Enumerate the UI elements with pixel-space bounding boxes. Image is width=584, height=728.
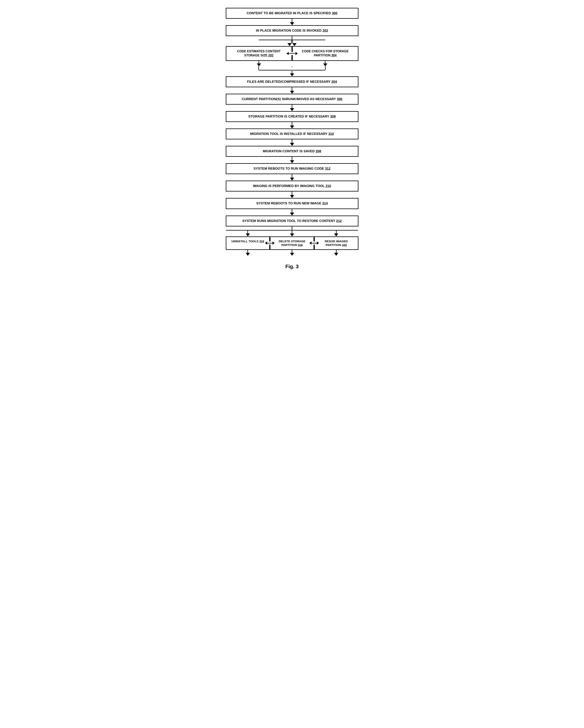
node-310-label: MIGRATION TOOL IS INSTALLED IF NECESSARY	[250, 132, 327, 136]
bidir-arrow-202-304	[286, 52, 298, 55]
three-box-row: UNINSTALL TOOLS 316 DELETE STORAGE PARTI…	[226, 236, 359, 250]
bidir-arrow-318-320	[309, 241, 320, 244]
two-box-row-202-304: CODE ESTIMATES CONTENT STORAGE SIZE 202 …	[226, 46, 359, 61]
node-210-num: 210	[325, 184, 331, 188]
v-left	[291, 40, 292, 43]
left-merge-vline	[258, 67, 259, 70]
node-300: CONTENT TO BE MIGRATED IN PLACE IS SPECI…	[226, 8, 359, 19]
arrowhead	[290, 108, 294, 111]
h-arrows-202-304	[226, 60, 359, 67]
node-210-label: IMAGING IS PERFORMED BY IMAGING TOOL	[253, 184, 324, 188]
split-vline	[292, 36, 292, 40]
arrow-204-306	[290, 87, 294, 94]
diagram: CONTENT TO BE MIGRATED IN PLACE IS SPECI…	[216, 8, 368, 269]
vline	[292, 191, 292, 195]
node-302-label: IN PLACE MIGRATION CODE IS INVOKED	[256, 29, 322, 32]
node-208: MIGRATION CONTENT IS SAVED 208	[226, 146, 359, 157]
vline	[292, 87, 292, 91]
node-302-num: 302	[322, 29, 328, 32]
right-drop	[336, 231, 337, 233]
node-316: UNINSTALL TOOLS 316	[226, 236, 270, 250]
node-304-num: 304	[331, 54, 337, 57]
arrowhead	[290, 213, 294, 215]
node-204-num: 204	[331, 80, 337, 83]
arrow-210-314	[290, 191, 294, 198]
vline	[292, 122, 292, 126]
vline-316	[247, 250, 248, 253]
node-310: MIGRATION TOOL IS INSTALLED IF NECESSARY…	[226, 128, 359, 139]
arrow-306-308	[290, 105, 294, 111]
arrowhead	[290, 126, 294, 128]
arrowhead	[290, 160, 294, 163]
bottom-arrows	[226, 250, 359, 256]
vline	[292, 105, 292, 108]
arrowhead	[290, 91, 294, 94]
node-304: CODE CHECKS FOR STORAGE PARTITION 304	[292, 46, 359, 61]
node-300-num: 300	[332, 11, 337, 15]
node-308-label: STORAGE PARTITION IS CREATED IF NECESSAR…	[248, 114, 329, 118]
node-316-label: UNINSTALL TOOLS	[232, 239, 259, 243]
mid-drop	[292, 231, 292, 233]
node-312: SYSTEM REBOOTS TO RUN IMAGING CODE 312	[226, 163, 359, 174]
node-316-num: 316	[259, 239, 264, 243]
node-306: CURRENT PARTITION(S) SHRUNK/MOVED AS NEC…	[226, 94, 359, 105]
node-320: RESIZE IMAGED PARTITION 320	[314, 236, 359, 250]
node-208-label: MIGRATION CONTENT IS SAVED	[263, 149, 315, 153]
right-merge-hline	[292, 70, 325, 71]
arrowhead-left-316	[246, 233, 250, 236]
arrowhead	[290, 178, 294, 181]
arrowhead-right	[292, 43, 297, 46]
left-drop	[247, 231, 248, 233]
node-314-label: SYSTEM REBOOTS TO RUN NEW IMAGE	[256, 202, 321, 205]
left-merge-hline	[259, 70, 292, 71]
right-merge-vline	[325, 67, 326, 70]
arrowhead-318	[290, 253, 294, 256]
vline	[292, 174, 292, 178]
arrowhead-left	[287, 43, 292, 46]
vline	[292, 139, 292, 143]
arrowhead-316	[246, 253, 250, 256]
arrow-312-210	[290, 174, 294, 181]
vline	[292, 209, 292, 213]
arrowhead	[290, 195, 294, 198]
node-304-label: CODE CHECKS FOR STORAGE PARTITION	[302, 50, 349, 57]
arrow-310-208	[290, 139, 294, 146]
node-308: STORAGE PARTITION IS CREATED IF NECESSAR…	[226, 111, 359, 122]
node-208-num: 208	[316, 149, 321, 153]
bidir-arrow-316-318	[264, 241, 275, 244]
node-300-label: CONTENT TO BE MIGRATED IN PLACE IS SPECI…	[247, 11, 331, 15]
node-212-num: 212	[336, 219, 342, 223]
node-204: FILES ARE DELETED/COMPRESSED IF NECESSAR…	[226, 76, 359, 87]
node-212: SYSTEM RUNS MIGRATION TOOL TO RESTORE CO…	[226, 215, 359, 227]
v202-down	[259, 60, 259, 63]
node-314: SYSTEM REBOOTS TO RUN NEW IMAGE 314	[226, 198, 359, 209]
node-310-num: 310	[328, 132, 334, 136]
node-312-label: SYSTEM REBOOTS TO RUN IMAGING CODE	[254, 167, 324, 171]
node-202-num: 202	[268, 54, 273, 57]
v304-down	[325, 60, 325, 63]
arrowhead	[290, 143, 294, 146]
node-212-label: SYSTEM RUNS MIGRATION TOOL TO RESTORE CO…	[242, 219, 335, 223]
node-202-label: CODE ESTIMATES CONTENT STORAGE SIZE	[237, 50, 281, 57]
arrowhead-320	[334, 253, 338, 256]
arrow-308-310	[290, 122, 294, 128]
three-split	[226, 227, 359, 236]
node-308-num: 308	[330, 114, 336, 118]
arrowhead-202	[257, 63, 261, 67]
figure-caption: Fig. 3	[286, 264, 299, 269]
merge-arrowhead	[290, 73, 294, 76]
arrow-line	[292, 19, 292, 22]
merge-vline	[292, 71, 292, 73]
node-202: CODE ESTIMATES CONTENT STORAGE SIZE 202	[226, 46, 292, 61]
v-right	[292, 40, 293, 43]
node-306-num: 306	[337, 97, 342, 101]
node-312-num: 312	[325, 167, 330, 171]
node-204-label: FILES ARE DELETED/COMPRESSED IF NECESSAR…	[247, 80, 330, 83]
arrowhead-right-320	[334, 233, 338, 236]
node-210: IMAGING IS PERFORMED BY IMAGING TOOL 210	[226, 181, 359, 191]
node-320-num: 320	[342, 243, 347, 246]
arrowhead-mid-318	[290, 233, 294, 236]
node-302: IN PLACE MIGRATION CODE IS INVOKED 302	[226, 25, 359, 36]
arrow-314-212	[290, 209, 294, 215]
vline	[292, 157, 292, 160]
